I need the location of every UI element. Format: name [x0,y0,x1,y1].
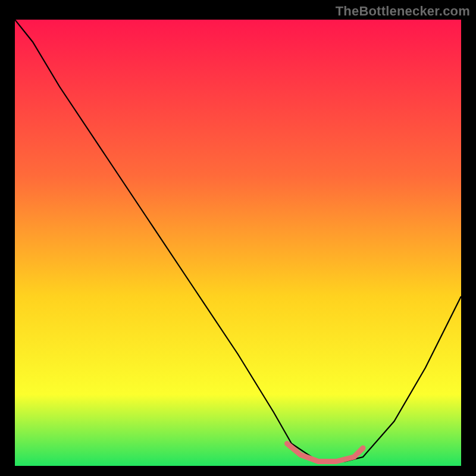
chart-frame [15,20,461,466]
gradient-background [15,20,461,466]
bottleneck-chart [15,20,461,466]
attribution-text: TheBottlenecker.com [336,4,470,19]
